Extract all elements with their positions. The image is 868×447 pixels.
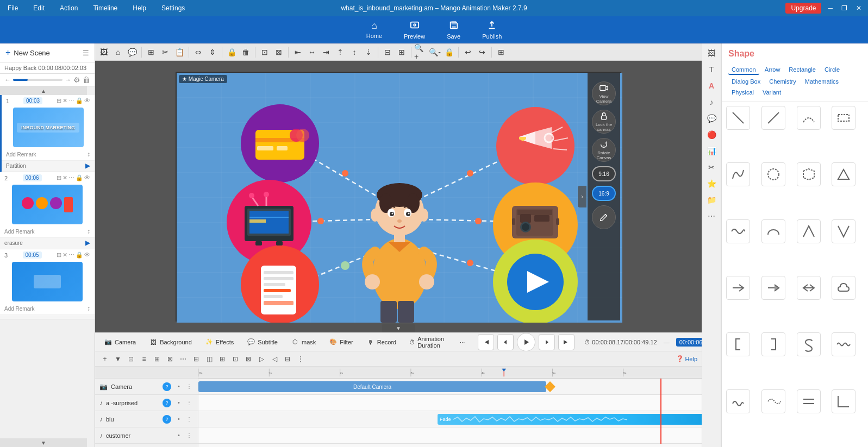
- strip-folder-icon[interactable]: 📁: [704, 192, 719, 207]
- tool-lock2-icon[interactable]: 🔒: [442, 46, 455, 59]
- tool-delete-icon[interactable]: 🗑: [239, 46, 252, 59]
- tab-rectangle[interactable]: Rectangle: [785, 65, 819, 75]
- upgrade-button[interactable]: Upgrade: [785, 3, 821, 14]
- frame-forward-button[interactable]: [539, 334, 555, 350]
- strip-shape-icon[interactable]: A: [704, 78, 719, 93]
- shape-bracket-right[interactable]: [761, 332, 785, 356]
- shape-arc-curve-2[interactable]: [761, 219, 785, 243]
- camera-bar[interactable]: Default Camera: [198, 381, 546, 392]
- tl-icon-10[interactable]: ⊞: [217, 354, 228, 364]
- scene-2-hide-icon[interactable]: 👁: [84, 174, 90, 181]
- camera-help-icon[interactable]: ?: [163, 382, 171, 391]
- camera-dot-btn[interactable]: •: [174, 382, 183, 391]
- home-button[interactable]: ⌂ Home: [362, 18, 386, 41]
- shape-line-diagonal-2[interactable]: [761, 106, 785, 130]
- scene-2-partition-play-icon[interactable]: ▶: [85, 239, 90, 247]
- tl-icon-15[interactable]: ⊟: [282, 354, 293, 364]
- shape-rect-dashed[interactable]: [832, 106, 855, 130]
- tl-group-icon[interactable]: ⊡: [126, 354, 136, 364]
- tool-align-bottom-icon[interactable]: ⇣: [362, 46, 375, 59]
- scene-2-lock-icon[interactable]: 🔒: [76, 174, 83, 181]
- biu-bar[interactable]: Fade None: [438, 414, 702, 425]
- tab-variant[interactable]: Variant: [759, 88, 784, 97]
- menu-action[interactable]: Action: [57, 3, 81, 13]
- preview-button[interactable]: Preview: [399, 18, 429, 42]
- tool-image-icon[interactable]: 🖼: [97, 46, 110, 59]
- tab-physical[interactable]: Physical: [728, 88, 757, 97]
- tool-align-right-icon[interactable]: ⇥: [320, 46, 333, 59]
- tool-undo-icon[interactable]: ↩: [461, 46, 474, 59]
- arrow-left-icon[interactable]: ←: [4, 76, 11, 84]
- scene-3-expand-icon[interactable]: ↕: [87, 305, 90, 312]
- biu-more-btn[interactable]: ⋮: [185, 415, 193, 424]
- skip-forward-button[interactable]: [558, 334, 574, 350]
- tool-group-icon[interactable]: ⊡: [258, 46, 271, 59]
- tab-arrow[interactable]: Arrow: [761, 65, 784, 75]
- tool-cut-icon[interactable]: ✂: [159, 46, 172, 59]
- tool-align-left-icon[interactable]: ⇤: [291, 46, 304, 59]
- canvas-frame[interactable]: ★ ★ Magic Camera Magic Camera: [176, 72, 621, 322]
- menu-help[interactable]: Help: [129, 3, 149, 13]
- tool-zoom-out-icon[interactable]: 🔍-: [428, 46, 441, 59]
- scene-item-1[interactable]: 1 00:03 ⊞ ✕ ⋯ 🔒 👁 INBOUND MARKETING: [0, 95, 95, 172]
- minimize-button[interactable]: ─: [826, 4, 835, 12]
- ratio-16-9-button[interactable]: 16:9: [592, 186, 616, 201]
- shape-corner[interactable]: [832, 389, 855, 413]
- publish-button[interactable]: Publish: [478, 18, 506, 42]
- mask-control-button[interactable]: ⬡ mask: [288, 337, 319, 348]
- shape-arc-dashed[interactable]: [797, 106, 821, 130]
- tool-distribute-v-icon[interactable]: ⊞: [395, 46, 408, 59]
- lock-canvas-button[interactable]: Lock the canvas: [592, 110, 616, 134]
- strip-chat-icon[interactable]: 💬: [704, 111, 719, 126]
- tab-mathematics[interactable]: Mathematics: [802, 77, 842, 86]
- shape-arc-s[interactable]: [797, 332, 821, 356]
- ratio-9-16-button[interactable]: 9:16: [592, 166, 616, 181]
- shape-arrow-right-1[interactable]: [726, 276, 750, 300]
- scene-1-more-icon[interactable]: ⋯: [68, 97, 74, 104]
- tl-icon-14[interactable]: ◁: [269, 354, 280, 364]
- strip-image-icon[interactable]: 🖼: [704, 46, 719, 61]
- shape-bracket-left[interactable]: [726, 332, 750, 356]
- scene-3-lock-icon[interactable]: 🔒: [76, 251, 83, 259]
- expand-panel-button[interactable]: ›: [578, 186, 586, 207]
- scene-2-copy-icon[interactable]: ⊞: [57, 174, 61, 181]
- help-button[interactable]: ❓ Help: [676, 355, 697, 362]
- strip-chart-icon[interactable]: 📊: [704, 143, 719, 159]
- camera-control-button[interactable]: 📷 Camera: [101, 337, 139, 348]
- camera-more-btn[interactable]: ⋮: [185, 382, 193, 391]
- filter-control-button[interactable]: 🎨 Filter: [326, 337, 356, 348]
- tool-more-icon[interactable]: ⊞: [495, 46, 508, 59]
- scene-2-more-icon[interactable]: ⋯: [68, 174, 74, 181]
- scene-1-hide-icon[interactable]: 👁: [84, 97, 90, 104]
- scene-3-copy-icon[interactable]: ⊞: [57, 251, 61, 259]
- strip-star-icon[interactable]: ⭐: [704, 176, 719, 191]
- tl-space-icon[interactable]: ⊞: [152, 354, 163, 364]
- skip-backward-button[interactable]: [478, 334, 494, 350]
- scene-3-thumbnail[interactable]: [12, 262, 83, 301]
- biu-help-icon[interactable]: ?: [163, 415, 171, 424]
- tab-common[interactable]: Common: [728, 65, 759, 75]
- tool-distribute-h-icon[interactable]: ⊟: [381, 46, 394, 59]
- customer-more-btn[interactable]: ⋮: [185, 431, 193, 440]
- scene-2-delete-icon[interactable]: ✕: [63, 174, 67, 181]
- tool-comment-icon[interactable]: 💬: [126, 46, 139, 59]
- shape-circle-dashed[interactable]: [761, 162, 785, 186]
- scene-2-expand-icon[interactable]: ↕: [87, 228, 90, 235]
- tool-align-middle-icon[interactable]: ↕: [348, 46, 361, 59]
- tl-icon-13[interactable]: ▷: [256, 354, 267, 364]
- tl-filter-icon[interactable]: ▼: [113, 354, 123, 364]
- edit-camera-button[interactable]: [592, 205, 616, 229]
- menu-settings[interactable]: Settings: [158, 3, 188, 13]
- tab-chemistry[interactable]: Chemistry: [766, 77, 800, 86]
- tool-flip-h-icon[interactable]: ⇔: [192, 46, 205, 59]
- shape-line-angle-2[interactable]: [832, 219, 855, 243]
- tool-redo-icon[interactable]: ↪: [476, 46, 489, 59]
- tool-lock-icon[interactable]: 🔒: [225, 46, 238, 59]
- tl-add-icon[interactable]: +: [99, 354, 110, 364]
- strip-more-icon[interactable]: ⋯: [704, 209, 719, 224]
- tl-icon-8[interactable]: ⊟: [191, 354, 202, 364]
- tab-dialog-box[interactable]: Dialog Box: [728, 77, 764, 86]
- scroll-up-button[interactable]: ▲: [0, 86, 87, 95]
- shape-line-angle-1[interactable]: [797, 219, 821, 243]
- tool-zoom-in-icon[interactable]: 🔍+: [414, 46, 427, 59]
